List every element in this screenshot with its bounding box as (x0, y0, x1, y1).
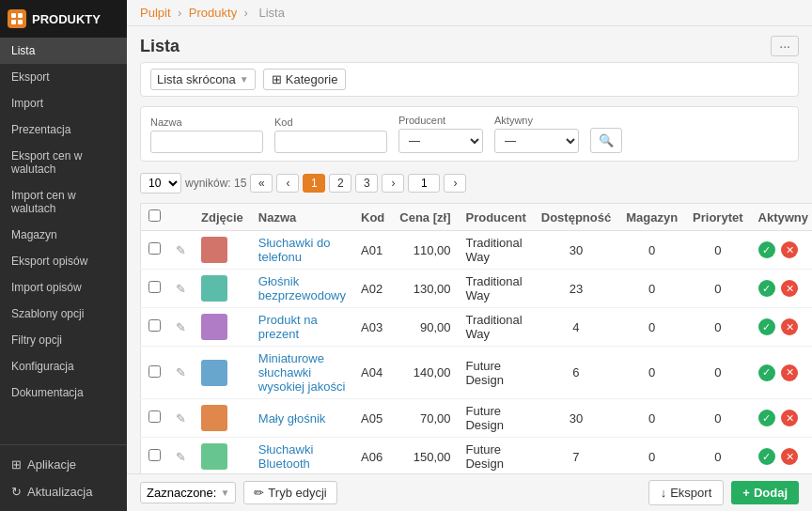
page-1-button[interactable]: 1 (303, 174, 325, 193)
row-magazyn: 0 (618, 438, 685, 474)
zaznaczone-select[interactable]: Zaznaczone: ▼ (140, 482, 236, 503)
kod-input[interactable] (274, 131, 387, 153)
producent-select[interactable]: — Traditional Way Future Design (398, 129, 483, 153)
row-checkbox[interactable] (148, 365, 161, 378)
nazwa-input[interactable] (150, 131, 263, 153)
edit-icon[interactable]: ✎ (176, 282, 186, 296)
sidebar-item-filtry[interactable]: Filtry opcji (0, 327, 127, 353)
row-price: 140,00 (392, 347, 458, 399)
row-checkbox-cell (141, 231, 169, 270)
export-button[interactable]: ↓ Eksport (648, 480, 725, 505)
page-jump-input[interactable] (408, 174, 440, 193)
sidebar-item-eksport-opisow[interactable]: Eksport opisów (0, 248, 127, 274)
page-jump-button[interactable]: › (444, 174, 466, 193)
row-thumb-cell (194, 438, 251, 474)
sidebar-item-eksport[interactable]: Eksport (0, 64, 127, 90)
row-price: 90,00 (392, 308, 458, 347)
edit-icon[interactable]: ✎ (176, 243, 186, 257)
select-all-checkbox[interactable] (148, 209, 161, 222)
product-thumbnail (201, 275, 227, 302)
sidebar-footer: ⊞ Aplikacje ↻ Aktualizacja (0, 444, 127, 511)
edit-icon[interactable]: ✎ (176, 450, 186, 464)
inactive-badge[interactable]: ✕ (781, 448, 798, 465)
row-checkbox[interactable] (148, 319, 161, 332)
categories-button[interactable]: ⊞ Kategorie (263, 69, 347, 90)
svg-rect-3 (18, 20, 23, 24)
download-icon: ↓ (661, 486, 667, 500)
first-page-button[interactable]: « (250, 174, 273, 193)
row-availability: 6 (534, 347, 618, 399)
active-badge[interactable]: ✓ (758, 241, 775, 258)
list-type-select[interactable]: Lista skrócona ▼ (150, 69, 256, 90)
breadcrumb-pulpit[interactable]: Pulpit (140, 6, 171, 20)
row-availability: 4 (534, 308, 618, 347)
inactive-badge[interactable]: ✕ (781, 241, 798, 258)
row-code: A02 (353, 270, 392, 308)
chevron-down-icon: ▼ (220, 488, 229, 498)
row-magazyn: 0 (618, 399, 685, 438)
next-page-button[interactable]: › (382, 174, 404, 193)
edit-icon[interactable]: ✎ (176, 320, 186, 334)
aktywny-select[interactable]: — Tak Nie (494, 129, 579, 153)
row-checkbox[interactable] (148, 281, 161, 293)
page-3-button[interactable]: 3 (355, 174, 378, 193)
sidebar-item-import[interactable]: Import (0, 90, 127, 116)
sidebar-item-konfiguracja[interactable]: Konfiguracja (0, 353, 127, 379)
row-priorytet: 0 (685, 438, 750, 474)
row-producer: Traditional Way (458, 308, 533, 347)
inactive-badge[interactable]: ✕ (781, 280, 798, 297)
active-badge[interactable]: ✓ (758, 280, 775, 297)
sidebar-item-dokumentacja[interactable]: Dokumentacja (0, 379, 127, 406)
sidebar-item-aplikacje[interactable]: ⊞ Aplikacje (0, 451, 127, 478)
row-checkbox[interactable] (148, 449, 161, 461)
sidebar-item-import-opisow[interactable]: Import opisów (0, 274, 127, 301)
add-product-button[interactable]: + Dodaj (731, 481, 799, 504)
page-2-button[interactable]: 2 (329, 174, 351, 193)
grid-icon: ⊞ (272, 72, 282, 86)
plus-icon: + (742, 486, 750, 500)
inactive-badge[interactable]: ✕ (781, 410, 798, 426)
edit-icon[interactable]: ✎ (176, 411, 186, 426)
filter-nazwa: Nazwa (150, 116, 263, 153)
col-magazyn: Magazyn (618, 204, 685, 231)
row-thumb-cell (194, 399, 251, 438)
row-checkbox[interactable] (148, 410, 161, 423)
row-thumb-cell (194, 308, 251, 347)
active-badge[interactable]: ✓ (758, 364, 775, 381)
active-badge[interactable]: ✓ (758, 448, 775, 465)
filters-row: Nazwa Kod Producent — Traditional Way Fu… (150, 115, 789, 153)
sidebar-item-import-cen[interactable]: Import cen w walutach (0, 182, 127, 222)
row-edit-cell: ✎ (168, 438, 194, 474)
edit-icon[interactable]: ✎ (176, 365, 186, 379)
sidebar-item-magazyn[interactable]: Magazyn (0, 222, 127, 248)
row-active: ✓ ✕ (751, 308, 812, 347)
inactive-badge[interactable]: ✕ (781, 318, 798, 335)
row-magazyn: 0 (618, 347, 685, 399)
main-content: Pulpit › Produkty › Lista Lista ··· List… (127, 0, 812, 511)
row-checkbox[interactable] (148, 242, 161, 255)
table-row: ✎ Słuchawki do telefonu A01 110,00 Tradi… (141, 231, 813, 270)
active-badge[interactable]: ✓ (758, 318, 775, 335)
tryb-edycji-button[interactable]: ✏ Tryb edycji (243, 481, 336, 504)
breadcrumb-produkty[interactable]: Produkty (189, 6, 237, 20)
row-producer: Traditional Way (458, 270, 533, 308)
sidebar-item-eksport-cen[interactable]: Eksport cen w walutach (0, 143, 127, 182)
active-badge[interactable]: ✓ (758, 410, 775, 426)
app-name: PRODUKTY (32, 12, 101, 26)
prev-page-button[interactable]: ‹ (276, 174, 299, 193)
inactive-badge[interactable]: ✕ (781, 364, 798, 381)
search-button[interactable]: 🔍 (590, 128, 622, 153)
per-page-select[interactable]: 10 25 50 (140, 173, 181, 194)
row-producer: Future Design (458, 438, 533, 474)
sidebar-item-aktualizacja[interactable]: ↻ Aktualizacja (0, 478, 127, 505)
row-price: 130,00 (392, 270, 458, 308)
row-active: ✓ ✕ (751, 347, 812, 399)
row-name: Produkt na prezent (251, 308, 353, 347)
sidebar-item-lista[interactable]: Lista (0, 38, 127, 64)
row-availability: 23 (534, 270, 618, 308)
product-thumbnail (201, 237, 227, 263)
sidebar-item-prezentacja[interactable]: Prezentacja (0, 116, 127, 143)
sidebar-item-szablony[interactable]: Szablony opcji (0, 301, 127, 327)
sidebar-nav: Lista Eksport Import Prezentacja Eksport… (0, 38, 127, 444)
more-options-button[interactable]: ··· (771, 36, 799, 56)
